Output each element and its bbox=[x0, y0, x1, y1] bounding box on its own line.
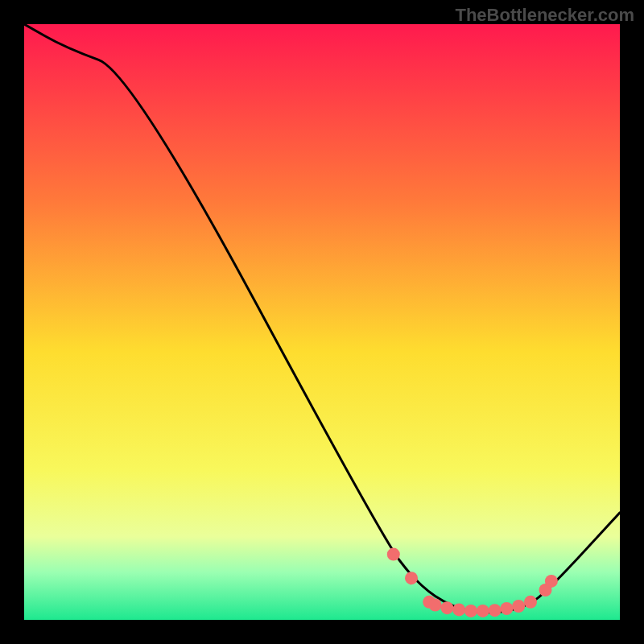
bottleneck-chart bbox=[24, 24, 620, 620]
data-marker bbox=[429, 599, 442, 612]
data-marker bbox=[464, 605, 477, 617]
data-marker bbox=[387, 548, 400, 561]
gradient-background bbox=[24, 24, 620, 620]
data-marker bbox=[405, 572, 418, 584]
data-marker bbox=[477, 605, 489, 617]
data-marker bbox=[545, 575, 558, 588]
data-marker bbox=[452, 603, 465, 616]
watermark-text: TheBottlenecker.com bbox=[455, 5, 634, 26]
data-marker bbox=[500, 602, 513, 615]
data-marker bbox=[512, 600, 525, 613]
data-marker bbox=[524, 596, 537, 609]
chart-container bbox=[24, 24, 620, 620]
data-marker bbox=[440, 601, 453, 614]
data-marker bbox=[489, 604, 502, 617]
